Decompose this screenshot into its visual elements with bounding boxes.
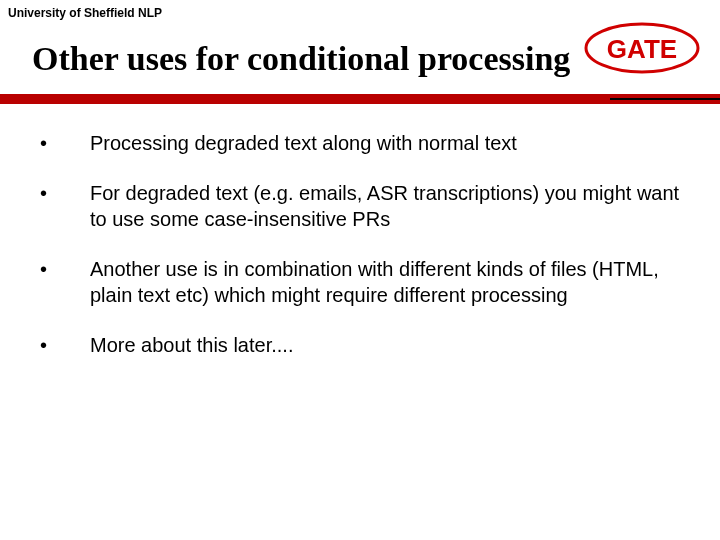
bullet-text: Another use is in combination with diffe… xyxy=(90,256,680,308)
affiliation-text: University of Sheffield NLP xyxy=(8,6,162,20)
list-item: • For degraded text (e.g. emails, ASR tr… xyxy=(40,180,680,232)
slide: University of Sheffield NLP GATE Other u… xyxy=(0,0,720,540)
divider-bar xyxy=(0,94,720,104)
bullet-text: More about this later.... xyxy=(90,332,680,358)
logo-text: GATE xyxy=(607,34,677,64)
gate-logo: GATE xyxy=(582,20,702,76)
bullet-icon: • xyxy=(40,256,90,282)
list-item: • Another use is in combination with dif… xyxy=(40,256,680,308)
bullet-text: For degraded text (e.g. emails, ASR tran… xyxy=(90,180,680,232)
bullet-icon: • xyxy=(40,130,90,156)
bullet-icon: • xyxy=(40,332,90,358)
slide-title: Other uses for conditional processing xyxy=(32,40,570,78)
bullet-text: Processing degraded text along with norm… xyxy=(90,130,680,156)
list-item: • More about this later.... xyxy=(40,332,680,358)
content-area: • Processing degraded text along with no… xyxy=(40,130,680,382)
list-item: • Processing degraded text along with no… xyxy=(40,130,680,156)
bullet-icon: • xyxy=(40,180,90,206)
